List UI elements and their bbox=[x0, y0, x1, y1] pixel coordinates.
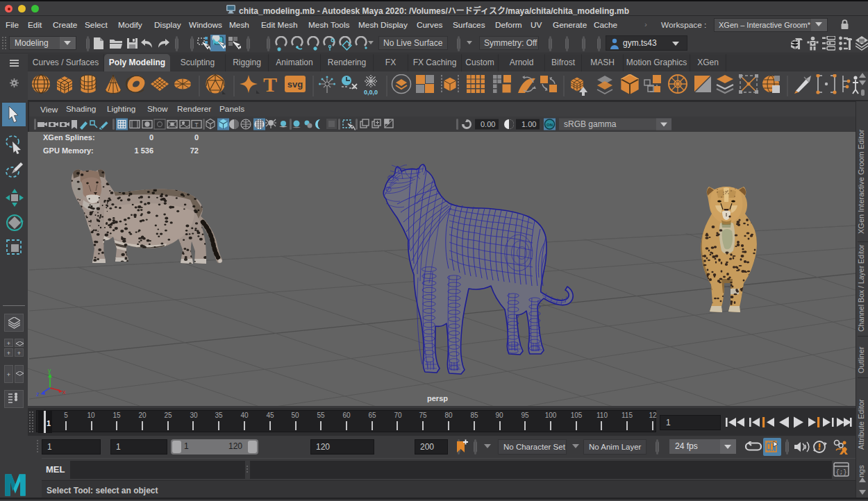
svg-text:y: y bbox=[48, 367, 51, 374]
svg-text:svg: svg bbox=[287, 79, 303, 90]
svg-text:T: T bbox=[263, 74, 277, 96]
svg-text:0.00: 0.00 bbox=[481, 120, 495, 128]
svg-text:sRGB gamma: sRGB gamma bbox=[564, 119, 617, 129]
svg-text:z: z bbox=[36, 391, 40, 398]
svg-text:0,0,0: 0,0,0 bbox=[364, 89, 378, 96]
svg-text:1.00: 1.00 bbox=[521, 120, 536, 128]
svg-text:ON: ON bbox=[546, 123, 553, 127]
svg-text:{;}: {;} bbox=[835, 469, 846, 476]
svg-text:x: x bbox=[62, 389, 66, 396]
svg-text:T: T bbox=[194, 121, 199, 128]
svg-text:persp: persp bbox=[427, 394, 448, 402]
